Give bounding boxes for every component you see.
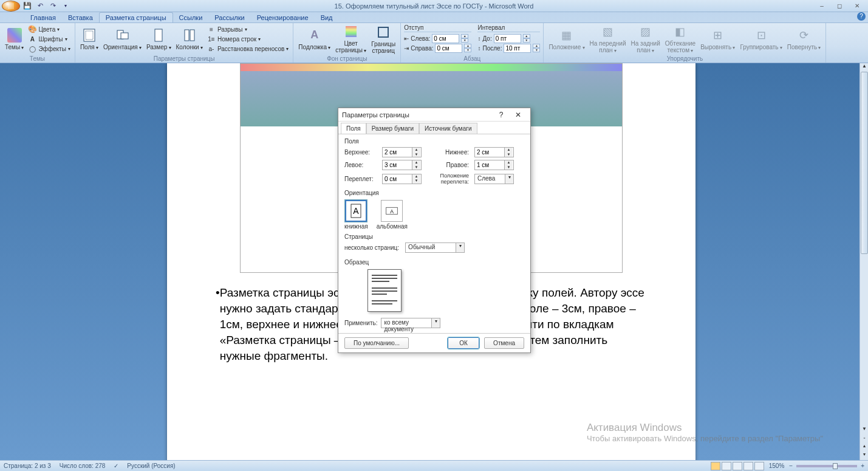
office-button[interactable] [2,1,20,12]
browse-object-button[interactable]: ◦ [860,435,868,443]
indent-right-input[interactable] [435,44,462,53]
group-themes-label: Темы [3,55,72,63]
tab-view[interactable]: Вид [315,13,339,22]
page-setup-dialog: Параметры страницы ? ✕ Поля Размер бумаг… [338,108,531,353]
spacing-after-input[interactable] [504,44,531,53]
view-draft[interactable] [754,462,764,470]
view-web-layout[interactable] [733,462,742,470]
qat-save[interactable]: 💾 [22,1,33,12]
tab-mailings[interactable]: Рассылки [208,13,250,22]
svg-text:A: A [354,206,360,216]
rotate-button[interactable]: ⟳Повернуть [785,24,823,54]
right-margin-input[interactable]: ▲▼ [474,160,514,170]
view-print-layout[interactable] [711,462,720,470]
themes-button[interactable]: Темы [3,24,26,54]
zoom-out-button[interactable]: − [789,462,793,469]
gutter-pos-combo[interactable]: Слева▾ [474,174,514,184]
hyphenation-button[interactable]: a-Расстановка переносов [206,44,290,53]
tab-page-layout[interactable]: Разметка страницы [99,12,173,22]
margins-button[interactable]: Поля [78,24,100,54]
send-back-button[interactable]: ▨На задний план [629,24,662,54]
theme-colors[interactable]: 🎨Цвета [27,24,71,34]
columns-button[interactable]: Колонки [174,24,205,54]
tab-review[interactable]: Рецензирование [251,13,315,22]
spin-up[interactable]: ▲ [464,44,471,48]
qat-customize[interactable] [60,1,71,12]
group-button[interactable]: ⊡Группировать [738,24,784,54]
zoom-slider[interactable] [796,465,857,467]
page-borders-button[interactable]: Границы страниц [369,24,397,54]
zoom-in-button[interactable]: + [861,462,864,469]
breaks-button[interactable]: ≡Разрывы [206,24,290,34]
default-button[interactable]: По умолчанию... [344,337,409,349]
scroll-up-button[interactable]: ▲ [860,63,868,72]
dialog-tab-paper[interactable]: Размер бумаги [366,123,419,134]
close-button[interactable]: ✕ [849,1,866,11]
landscape-button[interactable]: A альбомная [377,200,408,230]
bring-front-button[interactable]: ▧На передний план [588,24,628,54]
bottom-margin-input[interactable]: ▲▼ [474,147,514,157]
maximize-button[interactable]: ◻ [831,1,848,11]
line-numbers-button[interactable]: 1≡Номера строк [206,34,290,44]
send-back-icon: ▨ [638,24,653,39]
top-margin-input[interactable]: ▲▼ [382,147,422,157]
minimize-button[interactable]: – [813,1,830,11]
spin-down[interactable]: ▼ [533,48,540,52]
multipage-combo[interactable]: Обычный▾ [405,242,465,253]
theme-effects[interactable]: ◯Эффекты [27,44,71,53]
ok-button[interactable]: ОК [448,337,479,349]
align-button[interactable]: ⊞Выровнять [699,24,737,54]
position-icon: ▦ [559,28,574,43]
gutter-input[interactable]: ▲▼ [382,174,422,184]
watermark-button[interactable]: A Подложка [296,24,332,54]
indent-left-input[interactable] [432,34,459,43]
theme-fonts[interactable]: AШрифты [27,34,71,44]
tab-home[interactable]: Главная [24,13,62,22]
tab-insert[interactable]: Вставка [62,13,99,22]
spin-down[interactable]: ▼ [464,48,471,52]
help-icon[interactable]: ? [857,12,866,21]
status-page[interactable]: Страница: 2 из 3 [4,462,51,469]
spin-up[interactable]: ▲ [523,34,530,38]
status-word-count[interactable]: Число слов: 278 [60,462,106,469]
scroll-thumb[interactable] [861,72,868,254]
zoom-thumb[interactable] [833,463,838,469]
spin-down[interactable]: ▼ [523,38,530,43]
status-proofing[interactable]: ✓ [114,462,118,469]
windows-activation-watermark: Активация Windows Чтобы активировать Win… [587,422,823,443]
size-button[interactable]: Размер [145,24,173,54]
zoom-percent[interactable]: 150% [769,462,785,469]
colors-icon: 🎨 [28,25,36,33]
indent-left-row: ⇤ Слева: ▲▼ [404,33,471,43]
svg-rect-5 [185,30,189,41]
qat-redo[interactable]: ↷ [47,1,58,12]
left-margin-input[interactable]: ▲▼ [382,160,422,170]
page-color-button[interactable]: Цвет страницы [333,24,368,54]
dialog-tab-margins[interactable]: Поля [341,123,366,134]
text-wrap-button[interactable]: ◧Обтекание текстом [663,24,697,54]
spin-up[interactable]: ▲ [533,44,540,48]
dialog-tab-source[interactable]: Источник бумаги [419,123,477,134]
orientation-button[interactable]: Ориентация [101,24,143,54]
scroll-down-button[interactable]: ▼ [860,426,868,435]
page-color-icon [344,24,358,39]
view-full-screen[interactable] [722,462,731,470]
cancel-button[interactable]: Отмена [484,337,524,349]
spin-down[interactable]: ▼ [461,38,468,43]
svg-text:A: A [390,208,394,215]
prev-page-button[interactable]: ▴ [860,443,868,452]
position-button[interactable]: ▦Положение [547,24,586,54]
view-outline[interactable] [743,462,753,470]
apply-to-combo[interactable]: ко всему документу▾ [381,318,440,328]
portrait-button[interactable]: A книжная [344,200,368,230]
status-language[interactable]: Русский (Россия) [127,462,175,469]
dialog-help-button[interactable]: ? [493,111,510,119]
vertical-scrollbar[interactable]: ▲ ▼ ◦ ▴ ▾ [859,63,868,460]
qat-undo[interactable]: ↶ [35,1,46,12]
themes-icon [7,28,22,43]
tab-references[interactable]: Ссылки [173,13,209,22]
spin-up[interactable]: ▲ [461,34,468,38]
spacing-before-input[interactable] [494,34,521,43]
dialog-close-button[interactable]: ✕ [510,111,527,119]
next-page-button[interactable]: ▾ [860,452,868,460]
